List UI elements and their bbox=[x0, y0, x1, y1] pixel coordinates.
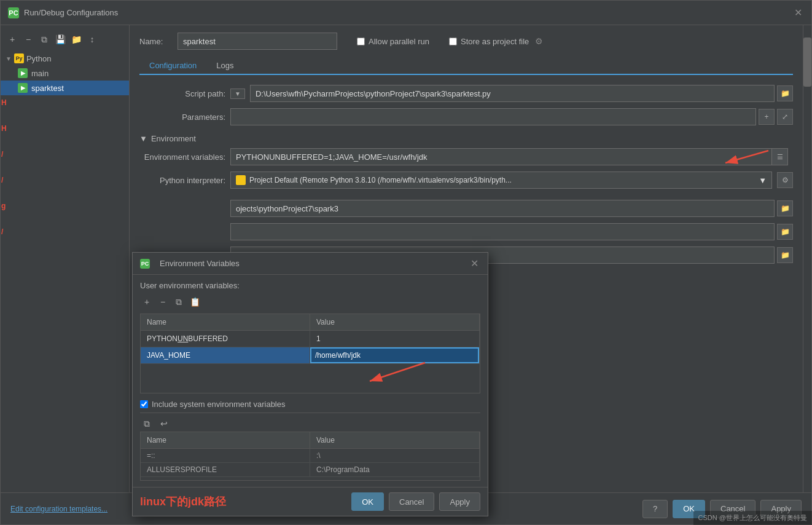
env-vars-label: Environment variables: bbox=[139, 152, 225, 162]
env-apply-button[interactable]: Apply bbox=[439, 492, 480, 511]
env-remove-button[interactable]: − bbox=[156, 295, 170, 309]
working-dir-wrap: 📁 bbox=[230, 200, 793, 217]
env-cancel-button[interactable]: Cancel bbox=[389, 492, 434, 511]
environment-label: Environment bbox=[151, 134, 196, 143]
sparktest-icon: ▶ bbox=[18, 83, 28, 93]
side-letters: H H / / g / bbox=[0, 98, 7, 236]
sidebar-toolbar: + − ⧉ 💾 📁 ↕ bbox=[1, 30, 129, 49]
parameters-input[interactable] bbox=[230, 108, 756, 125]
env-dialog-close-button[interactable]: ✕ bbox=[468, 258, 480, 270]
gear-icon[interactable]: ⚙ bbox=[535, 36, 543, 46]
name-label: Name: bbox=[139, 37, 170, 46]
script-path-dropdown[interactable]: ▼ bbox=[230, 89, 245, 99]
sidebar: + − ⧉ 💾 📁 ↕ ▼ Py Python ▶ main ▶ spa bbox=[1, 25, 130, 492]
allow-parallel-group: Allow parallel run bbox=[357, 37, 429, 46]
include-system-env-row: Include system environment variables bbox=[140, 400, 480, 409]
sidebar-group-label: Python bbox=[26, 54, 51, 63]
bottom-name-1: ALLUSERSPROFILE bbox=[141, 463, 310, 476]
env-vars-row: Environment variables: ☰ bbox=[139, 148, 793, 165]
add-config-button[interactable]: + bbox=[6, 33, 19, 46]
sidebar-item-main[interactable]: ▶ main bbox=[1, 66, 129, 81]
env-ok-button[interactable]: OK bbox=[351, 492, 384, 511]
allow-parallel-checkbox[interactable] bbox=[357, 38, 365, 45]
working-dir-browse[interactable]: 📁 bbox=[777, 200, 793, 216]
app-icon: PC bbox=[8, 7, 19, 18]
bottom-name-0: =:: bbox=[141, 449, 310, 462]
env-value-cell-0: 1 bbox=[310, 331, 480, 347]
name-input[interactable] bbox=[178, 33, 337, 50]
script-path-row: Script path: ▼ 📁 bbox=[139, 85, 793, 102]
tab-logs[interactable]: Logs bbox=[206, 57, 243, 75]
env-toolbar: + − ⧉ 📋 bbox=[140, 295, 480, 309]
sort-config-button[interactable]: ↕ bbox=[85, 33, 99, 46]
python-group-icon: Py bbox=[14, 53, 24, 63]
interpreter-browse-button[interactable]: ⚙ bbox=[777, 172, 793, 188]
env-dialog-title: Environment Variables bbox=[160, 259, 463, 268]
copy-config-button[interactable]: ⧉ bbox=[37, 33, 51, 46]
env-dialog-footer: linux下的jdk路径 OK Cancel Apply bbox=[133, 487, 488, 516]
interpreter-row: Python interpreter: Project Default (Rem… bbox=[139, 172, 793, 189]
script-path-browse-button[interactable]: 📁 bbox=[777, 85, 793, 101]
env-dialog-app-icon: PC bbox=[140, 259, 150, 269]
table-row[interactable]: PYTHONUNBUFFERED 1 bbox=[141, 331, 480, 347]
red-arrow-2 bbox=[357, 357, 431, 387]
save-config-button[interactable]: 💾 bbox=[53, 33, 67, 46]
script-path-label: Script path: bbox=[139, 89, 225, 98]
env-copy-button[interactable]: ⧉ bbox=[172, 295, 185, 309]
env-variables-dialog: PC Environment Variables ✕ User environm… bbox=[132, 252, 488, 516]
parameters-label: Parameters: bbox=[139, 112, 225, 122]
store-as-project-group: Store as project file ⚙ bbox=[449, 36, 543, 46]
parameters-row: Parameters: + ⤢ bbox=[139, 108, 793, 125]
store-as-project-checkbox[interactable] bbox=[449, 38, 457, 45]
extra-row-1: 📁 bbox=[139, 223, 793, 240]
bottom-name-header: Name bbox=[141, 432, 310, 448]
right-panel-scrollbar[interactable] bbox=[803, 25, 811, 492]
env-bottom-table: Name Value =:: :\ ALLUSERSPROFILE C:\Pro… bbox=[140, 432, 480, 481]
env-bottom-copy-button[interactable]: ⧉ bbox=[140, 417, 154, 430]
watermark: CSDN @世界上怎么可能没有奥特曼 bbox=[693, 511, 812, 525]
tab-configuration[interactable]: Configuration bbox=[139, 57, 206, 75]
sidebar-item-sparktest[interactable]: ▶ sparktest bbox=[1, 81, 129, 95]
bottom-value-1: C:\ProgramData bbox=[310, 463, 480, 476]
environment-collapse-icon: ▼ bbox=[139, 134, 147, 143]
bottom-value-header: Value bbox=[310, 432, 480, 448]
extra-browse-1[interactable]: 📁 bbox=[777, 224, 793, 240]
include-system-env-label: Include system environment variables bbox=[152, 400, 286, 409]
bottom-value-0: :\ bbox=[310, 449, 480, 462]
working-dir-row: 📁 bbox=[139, 200, 793, 217]
working-dir-input[interactable] bbox=[230, 200, 775, 217]
env-vars-input-wrap: ☰ bbox=[230, 148, 788, 165]
help-button[interactable]: ? bbox=[642, 500, 668, 518]
table-row[interactable]: =:: :\ bbox=[141, 449, 480, 463]
script-path-input[interactable] bbox=[250, 85, 775, 102]
env-value-header: Value bbox=[310, 314, 480, 330]
env-bottom-toolbar: ⧉ ↩ bbox=[140, 412, 480, 432]
env-paste-button[interactable]: 📋 bbox=[188, 295, 201, 309]
environment-section-header[interactable]: ▼ Environment bbox=[139, 134, 793, 143]
folder-config-button[interactable]: 📁 bbox=[69, 33, 83, 46]
interpreter-dropdown[interactable]: Project Default (Remote Python 3.8.10 (/… bbox=[230, 172, 772, 189]
chevron-down-icon: ▼ bbox=[759, 176, 767, 185]
extra-input-1[interactable] bbox=[230, 223, 775, 240]
edit-template-link[interactable]: Edit configuration templates... bbox=[10, 505, 107, 513]
env-bottom-undo-button[interactable]: ↩ bbox=[157, 417, 171, 430]
env-dialog-title-bar: PC Environment Variables ✕ bbox=[133, 253, 488, 275]
env-add-button[interactable]: + bbox=[140, 295, 154, 309]
remove-config-button[interactable]: − bbox=[21, 33, 35, 46]
extra-browse-2[interactable]: 📁 bbox=[777, 247, 793, 263]
tabs: Configuration Logs bbox=[139, 57, 793, 75]
include-system-env-checkbox[interactable] bbox=[140, 400, 148, 408]
table-row[interactable]: ALLUSERSPROFILE C:\ProgramData bbox=[141, 463, 480, 477]
annotation-text: linux下的jdk路径 bbox=[140, 492, 346, 511]
env-vars-input[interactable] bbox=[231, 150, 771, 164]
env-dialog-body: User environment variables: + − ⧉ 📋 Name… bbox=[133, 275, 488, 487]
close-button[interactable]: ✕ bbox=[792, 7, 804, 19]
env-name-header: Name bbox=[141, 314, 310, 330]
params-expand-button[interactable]: ⤢ bbox=[777, 109, 793, 125]
svg-line-1 bbox=[725, 151, 768, 163]
sidebar-group-python[interactable]: ▼ Py Python bbox=[1, 51, 129, 66]
chevron-down-icon: ▼ bbox=[6, 55, 12, 62]
params-add-button[interactable]: + bbox=[759, 109, 775, 125]
allow-parallel-label: Allow parallel run bbox=[369, 37, 429, 46]
scrollbar-thumb[interactable] bbox=[803, 38, 811, 87]
